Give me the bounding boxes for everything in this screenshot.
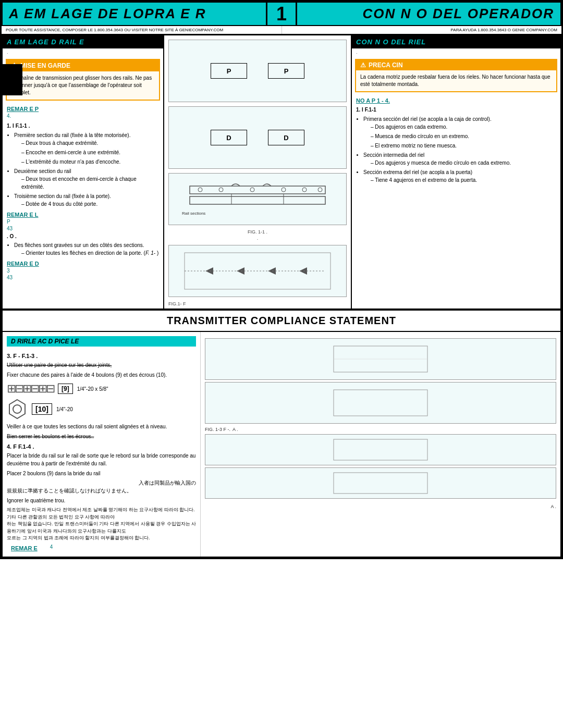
list-item: Première section du rail (fixée à la têt… (14, 131, 159, 166)
note-header: NO A P 1 - 4. (352, 95, 560, 105)
compliance-left-col: D RIRLE AC D PICE LE 3. F - F.1-3 . Util… (3, 332, 201, 557)
korean-line2: 하는 책임을 없습니다. 만일 트랜스미터들이 기타 다른 지역에서 사용될 경… (7, 521, 196, 535)
step4-body4: Ignorer le quatrième trou. (7, 497, 196, 504)
black-square-decoration (2, 64, 22, 95)
step1-list: Première section du rail (fixée à la têt… (7, 131, 159, 208)
fig-p-label-right: P (268, 63, 304, 79)
page-wrapper: A EM LAGE DE LOPRA E R 1 CON N O DEL OPE… (0, 0, 563, 559)
top-header: A EM LAGE DE LOPRA E R 1 CON N O DEL OPE… (2, 2, 561, 26)
list-item: Dos agujeros y muesca de medio círculo e… (371, 159, 556, 167)
step3-body1: Utiliser une paire de pince sur les deux… (7, 361, 196, 369)
list-item: El extremo motriz no tiene muesca. (371, 142, 556, 150)
sub-header: POUR TOUTE ASSISTANCE, COMPOSER LE 1.800… (2, 26, 561, 34)
right-step1-content: 1. I F.1-1 Primera sección del riel (se … (352, 105, 560, 187)
sub-header-right-text: PARA AYUDA 1.800.354.3643 O GENIE COMPAN… (282, 26, 562, 34)
fig-compliance-4 (205, 467, 556, 499)
compliance-fig-svg-3 (328, 437, 433, 463)
step4-body3: 規規規に準拠することを確認しなければなりません。 (7, 487, 196, 495)
header-left-title: A EM LAGE DE LOPRA E R (9, 6, 206, 22)
precaution-title: ⚠ PRECA CIN (356, 60, 556, 70)
list-item: Tiene 4 agujeros en el extremo de la pue… (371, 176, 556, 184)
svg-point-3 (219, 188, 223, 192)
list-item: Muesca de medio círculo en un extremo. (371, 132, 556, 140)
fig-compliance-1 (205, 338, 556, 380)
compliance-mid-col: FIG. 1-3 F -. A . A . (201, 332, 560, 557)
fig-compliance-3 (205, 434, 556, 465)
right-step1-list: Primera sección del riel (se acopla a la… (356, 115, 556, 184)
remark3-sub2: 43 (3, 275, 163, 281)
hw1-desc: 1/4"-20 x 5/8" (77, 386, 108, 392)
svg-point-5 (282, 188, 286, 192)
svg-marker-17 (9, 400, 25, 418)
rail-svg: Rail sections (179, 176, 336, 223)
step4-body1: Placer la bride du rail sur le rail de s… (7, 452, 196, 467)
svg-text:Rail sections: Rail sections (182, 211, 205, 216)
svg-point-7 (318, 188, 322, 192)
sub-list: Deux trous et encoche en demi-cercle à c… (14, 175, 159, 191)
remark2-sub2: 43 (3, 226, 163, 232)
nut-svg (7, 399, 28, 419)
step3-strikethrough: Utiliser une paire de pince sur les deux… (7, 362, 112, 368)
list-item: Sección intermedia del riel Dos agujeros… (363, 151, 556, 167)
list-item: Orienter toutes les flèches en direction… (21, 249, 159, 257)
svg-rect-1 (190, 196, 325, 204)
compliance-section: TRANSMITTER COMPLIANCE STATEMENT D RIRLE… (2, 310, 561, 558)
hw2-desc: 1/4"-20 (56, 406, 73, 412)
sub-list: Orienter toutes les flèches en direction… (14, 249, 159, 257)
fig1-1-caption: FIG. 1-1 . (164, 229, 351, 235)
compliance-title: TRANSMITTER COMPLIANCE STATEMENT (3, 311, 560, 332)
compliance-fig-svg-4 (328, 470, 433, 496)
svg-rect-22 (334, 439, 427, 460)
fig-d-label-left: D (211, 130, 247, 145)
step4-body2: Placer 2 boulons (9) dans la bride du ra… (7, 470, 196, 477)
list-item: Deuxième section du rail Deux trous et e… (14, 167, 159, 191)
left-column: A EM LAGE D RAIL E . ⚠ MISE EN GARDE La … (3, 35, 164, 309)
main-content: A EM LAGE D RAIL E . ⚠ MISE EN GARDE La … (2, 34, 561, 310)
fig-p-right: P (268, 63, 304, 79)
sub-header-left-text: POUR TOUTE ASSISTANCE, COMPOSER LE 1.800… (2, 26, 282, 34)
fig-arrows-box (168, 245, 347, 297)
a-label: A . (205, 501, 556, 509)
fig-d-right: D (268, 130, 304, 145)
fig-d-label-right: D (268, 130, 304, 145)
compliance-remark-num: 4 (46, 544, 57, 552)
left-col-subtitle: . (3, 48, 163, 56)
remark2-sub1: P (3, 219, 163, 226)
svg-rect-0 (190, 186, 325, 194)
fig1-3-sub: A . (232, 427, 238, 432)
step1-label: 1. I F.1-1 . (7, 122, 159, 130)
remark1-header: REMAR E P (3, 104, 163, 113)
fig-dd-box: D D (168, 106, 347, 169)
right-column: CON N O DEL RIEL . ⚠ PRECA CIN La cadena… (352, 35, 560, 309)
compliance-fig-svg-1 (328, 341, 433, 377)
step-body4-strike: Bien serrer les boulons et les écrous.. (7, 434, 94, 439)
fig-dd-inner: D D (205, 125, 310, 151)
header-left: A EM LAGE DE LOPRA E R (3, 3, 266, 25)
list-item: Primera sección del riel (se acopla a la… (363, 115, 556, 150)
sub-list: Dotée de 4 trous du côté porte. (14, 200, 159, 208)
step3-body2: Fixer chacune des paires à l'aide de 4 b… (7, 371, 196, 379)
sub-list: Deux trous à chaque extrémité. Encoche e… (14, 139, 159, 166)
remark3-sub1: 3 (3, 268, 163, 275)
fig-compliance-2 (205, 382, 556, 424)
a-label-text: A . (550, 504, 556, 509)
step-body3: Veiller à ce que toutes les sections du … (7, 423, 196, 430)
compliance-footer: REMAR E 4 (7, 544, 196, 552)
fig1-3-caption: FIG. 1-3 F -. (205, 427, 230, 432)
warning-body-text: La chaîne de transmission peut glisser h… (7, 71, 159, 100)
right-col-subtitle: . (352, 48, 560, 56)
compliance-fig-svg-2 (328, 385, 433, 421)
fig-d-left: D (211, 130, 247, 145)
arrows-content: Des flèches sont gravées sur un des côté… (3, 240, 163, 260)
fig1-3-caption-row: FIG. 1-3 F -. A . (205, 426, 556, 432)
hardware-row-2: [10] 1/4"-20 (7, 399, 196, 419)
precaution-icon: ⚠ (360, 61, 366, 69)
precaution-body-text: La cadena motriz puede resbalar fuera de… (356, 70, 556, 91)
left-col-title: A EM LAGE D RAIL E (3, 35, 163, 48)
remark1-sub: 4. (3, 113, 163, 121)
list-item: Dos agujeros en cada extremo. (371, 123, 556, 131)
header-right: CON N O DEL OPERADOR (297, 3, 560, 25)
precaution-title-text: PRECA CIN (369, 61, 403, 69)
header-page-num: 1 (266, 3, 297, 25)
middle-column: P P D D (164, 35, 352, 309)
